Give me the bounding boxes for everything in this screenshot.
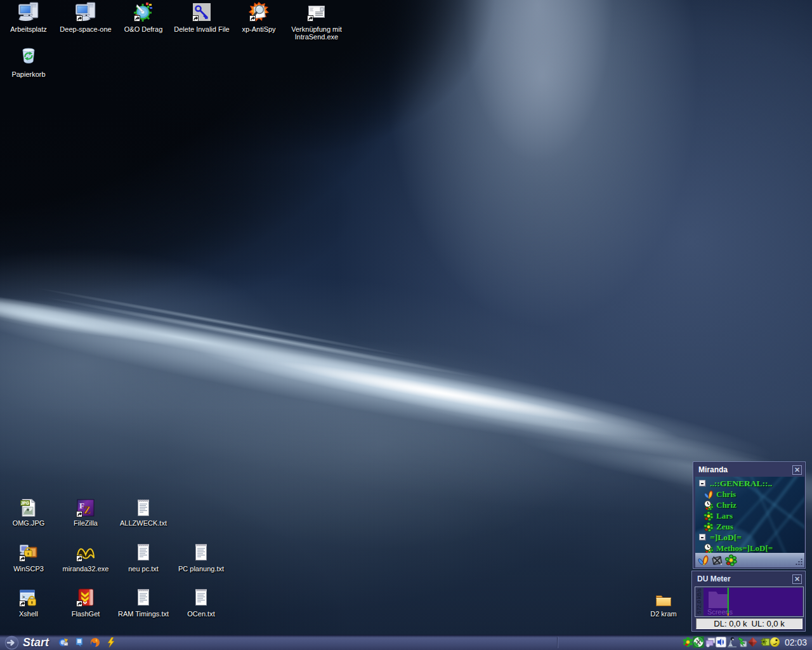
svg-text:Screens: Screens (707, 608, 733, 616)
svg-text:>_: >_ (22, 595, 28, 600)
svg-text:Z: Z (84, 505, 91, 515)
svg-text:JPG: JPG (21, 501, 29, 505)
